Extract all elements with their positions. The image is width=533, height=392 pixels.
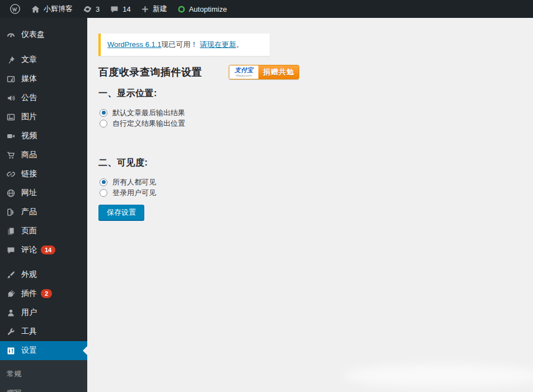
section-heading-visibility: 二、可见度: — [98, 157, 533, 169]
radio-label[interactable]: 自行定义结果输出位置 — [112, 119, 185, 129]
blurred-watermark — [343, 364, 533, 388]
sidebar-item-users[interactable]: 用户 — [0, 303, 87, 322]
wrench-icon — [5, 326, 16, 337]
section-heading-display-position: 一、显示位置: — [98, 88, 533, 100]
plugin-icon — [5, 288, 16, 299]
autoptimize-label: Autoptimize — [189, 5, 227, 13]
sidebar-item-urls[interactable]: 网址 — [0, 183, 87, 202]
radio-label[interactable]: 登录用户可见 — [112, 188, 156, 198]
sidebar-item-posts[interactable]: 文章 — [0, 50, 87, 69]
radio-selected-icon[interactable] — [100, 109, 107, 117]
sidebar-label: 产品 — [21, 207, 37, 217]
globe-icon — [5, 187, 16, 199]
new-label: 新建 — [153, 4, 167, 14]
sidebar-item-products[interactable]: 产品 — [0, 202, 87, 221]
sidebar-label: 公告 — [21, 93, 37, 103]
sidebar-label: 文章 — [21, 55, 37, 65]
sidebar-label: 媒体 — [21, 74, 37, 84]
radio-unselected-icon[interactable] — [100, 189, 107, 197]
sidebar-item-tools[interactable]: 工具 — [0, 322, 87, 341]
radio-option-logged-in[interactable]: 登录用户可见 — [100, 187, 533, 198]
radio-selected-icon[interactable] — [100, 178, 107, 186]
wordpress-logo-menu[interactable] — [4, 0, 26, 18]
comment-bubble-icon — [5, 244, 16, 256]
page-title: 百度收录查询插件设置 — [98, 65, 202, 79]
main-content: WordPress 6.1.1现已可用！ 请现在更新。 百度收录查询插件设置 支… — [87, 18, 533, 392]
autoptimize-menu[interactable]: Autoptimize — [172, 0, 232, 18]
wordpress-logo-icon — [10, 3, 21, 15]
comments-badge: 14 — [41, 245, 55, 254]
user-icon — [5, 307, 16, 318]
alipay-logo-subtext: Alipay.com — [236, 74, 252, 77]
dashboard-gauge-icon — [5, 29, 16, 40]
plugins-badge: 2 — [41, 289, 52, 298]
notice-text: 现已可用！ — [162, 40, 198, 49]
speaker-icon — [5, 92, 16, 103]
sidebar-label: 页面 — [21, 226, 37, 236]
sidebar-label: 设置 — [21, 346, 37, 356]
comments-menu[interactable]: 14 — [105, 0, 135, 18]
admin-sidebar: 仪表盘 文章 媒体 公告 图片 视频 商品 — [0, 18, 87, 392]
sidebar-item-appearance[interactable]: 外观 — [0, 265, 87, 284]
autoptimize-ring-icon — [177, 5, 186, 13]
sidebar-item-announcements[interactable]: 公告 — [0, 88, 87, 107]
alipay-donate-button[interactable]: 支付宝 Alipay.com 捐赠共勉 — [229, 65, 299, 79]
sidebar-label: 视频 — [21, 131, 37, 141]
notice-period: 。 — [236, 40, 243, 49]
comments-count: 14 — [122, 5, 130, 13]
sidebar-item-pages[interactable]: 页面 — [0, 221, 87, 240]
updates-menu[interactable]: 3 — [78, 0, 105, 18]
home-icon — [31, 4, 40, 14]
media-icon — [5, 73, 16, 84]
sidebar-label: 商品 — [21, 150, 37, 160]
sidebar-item-media[interactable]: 媒体 — [0, 69, 87, 88]
site-name-menu[interactable]: 小辉博客 — [26, 0, 78, 18]
update-notice: WordPress 6.1.1现已可用！ 请现在更新。 — [98, 34, 270, 56]
radio-unselected-icon[interactable] — [100, 120, 107, 127]
submenu-item-general[interactable]: 常规 — [0, 365, 87, 384]
sidebar-item-images[interactable]: 图片 — [0, 107, 87, 126]
sidebar-item-plugins[interactable]: 插件 2 — [0, 284, 87, 303]
wordpress-update-version-link[interactable]: WordPress 6.1.1 — [107, 40, 162, 49]
radio-label[interactable]: 所有人都可见 — [112, 177, 156, 187]
sidebar-item-settings[interactable]: 设置 — [0, 341, 87, 360]
radio-option-default-output[interactable]: 默认文章最后输出结果 — [100, 107, 533, 118]
product-box-icon — [5, 206, 16, 218]
save-settings-button[interactable]: 保存设置 — [98, 205, 144, 220]
sidebar-item-links[interactable]: 链接 — [0, 164, 87, 183]
visibility-radio-group: 所有人都可见 登录用户可见 — [100, 177, 533, 198]
pages-icon — [5, 225, 16, 237]
radio-option-everyone[interactable]: 所有人都可见 — [100, 177, 533, 187]
sidebar-label: 用户 — [21, 308, 37, 318]
sidebar-label: 链接 — [21, 169, 37, 179]
donate-label: 捐赠共勉 — [258, 65, 299, 79]
updates-count: 3 — [96, 5, 100, 13]
title-row: 百度收录查询插件设置 支付宝 Alipay.com 捐赠共勉 — [98, 65, 533, 79]
alipay-logo-text: 支付宝 — [235, 67, 253, 73]
sidebar-item-products-shop[interactable]: 商品 — [0, 145, 87, 164]
update-now-link[interactable]: 请现在更新 — [200, 40, 236, 49]
settings-submenu: 常规 撰写 — [0, 360, 87, 392]
sidebar-item-dashboard[interactable]: 仪表盘 — [0, 25, 87, 44]
radio-option-custom-output[interactable]: 自行定义结果输出位置 — [100, 118, 533, 129]
sidebar-label: 网址 — [21, 188, 37, 198]
sidebar-label: 工具 — [21, 327, 37, 337]
sidebar-item-comments[interactable]: 评论 14 — [0, 240, 87, 259]
new-content-menu[interactable]: 新建 — [136, 0, 172, 18]
sidebar-label: 评论 — [21, 245, 37, 255]
radio-label[interactable]: 默认文章最后输出结果 — [112, 108, 185, 118]
plus-icon — [141, 5, 149, 13]
settings-sliders-icon — [5, 345, 16, 356]
display-position-radio-group: 默认文章最后输出结果 自行定义结果输出位置 — [100, 107, 533, 129]
updates-icon — [83, 4, 92, 14]
sidebar-label: 图片 — [21, 112, 37, 122]
sidebar-item-videos[interactable]: 视频 — [0, 126, 87, 145]
sidebar-label: 外观 — [21, 270, 37, 280]
cart-icon — [5, 149, 16, 160]
image-icon — [5, 111, 16, 122]
site-name: 小辉博客 — [44, 4, 73, 14]
alipay-logo: 支付宝 Alipay.com — [229, 65, 258, 79]
paintbrush-icon — [5, 269, 16, 280]
video-camera-icon — [5, 130, 16, 141]
submenu-item-writing[interactable]: 撰写 — [0, 384, 87, 392]
